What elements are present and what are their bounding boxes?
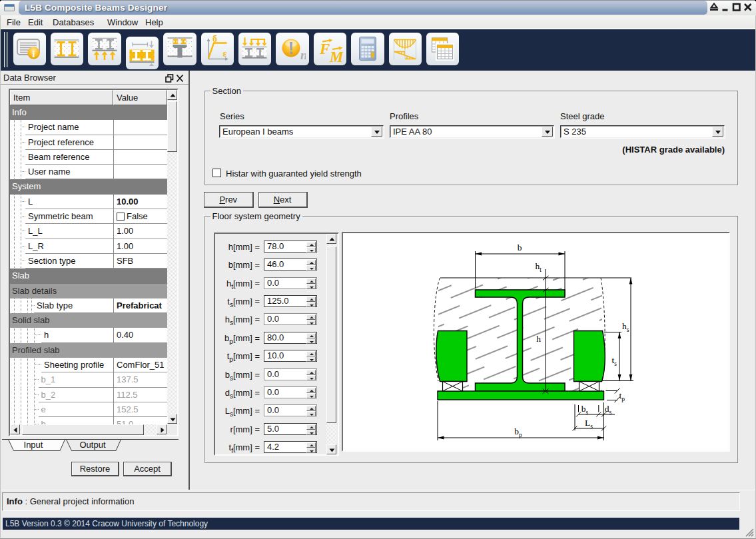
svg-text:bp: bp bbox=[514, 426, 522, 438]
svg-text:h: h bbox=[536, 334, 541, 344]
svg-text:ht: ht bbox=[536, 261, 542, 273]
svg-text:tp: tp bbox=[619, 390, 625, 402]
svg-text:Output: Output bbox=[79, 440, 105, 450]
svg-text:bs: bs bbox=[581, 404, 589, 416]
svg-text:Ls: Ls bbox=[585, 418, 593, 430]
svg-text:M: M bbox=[329, 49, 343, 63]
svg-text:ds: ds bbox=[605, 404, 612, 416]
svg-text:Input: Input bbox=[24, 440, 43, 450]
svg-text:n: n bbox=[300, 48, 306, 62]
svg-text:ε: ε bbox=[223, 49, 227, 59]
svg-text:!: ! bbox=[288, 39, 294, 57]
svg-text:b: b bbox=[518, 243, 522, 253]
svg-text:б: б bbox=[212, 35, 217, 44]
svg-text:i: i bbox=[32, 48, 35, 59]
svg-text:F: F bbox=[319, 41, 330, 57]
svg-text:hs: hs bbox=[622, 321, 629, 333]
